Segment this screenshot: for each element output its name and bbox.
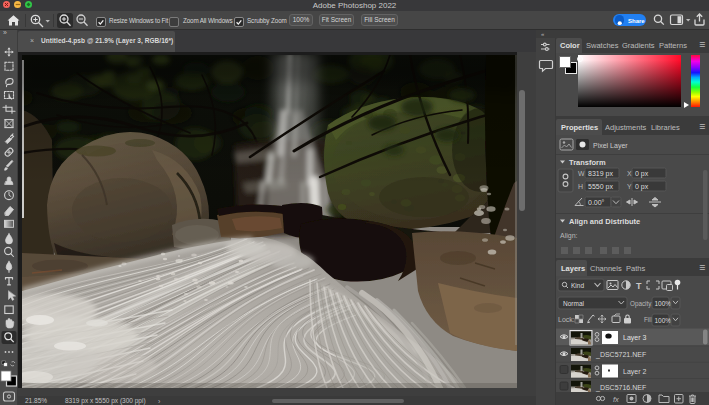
svg-text:Y: Y bbox=[627, 183, 632, 190]
svg-text:Pixel Layer: Pixel Layer bbox=[593, 142, 628, 150]
svg-text:5550 px: 5550 px bbox=[588, 183, 613, 191]
svg-text:_DSC5716.NEF: _DSC5716.NEF bbox=[595, 384, 646, 392]
svg-text:Opacity:: Opacity: bbox=[630, 300, 653, 308]
svg-text:Lock:: Lock: bbox=[558, 316, 575, 323]
svg-text:8319 px: 8319 px bbox=[588, 170, 613, 178]
svg-text:Transform: Transform bbox=[569, 158, 606, 167]
svg-text:T: T bbox=[636, 281, 642, 291]
svg-text:0 px: 0 px bbox=[635, 170, 649, 178]
svg-text:Align:: Align: bbox=[560, 232, 578, 240]
svg-text:Align and Distribute: Align and Distribute bbox=[569, 217, 640, 226]
svg-text:Normal: Normal bbox=[563, 300, 585, 307]
svg-text:W: W bbox=[578, 170, 585, 177]
svg-text:fx: fx bbox=[613, 395, 619, 404]
svg-text:Kind: Kind bbox=[571, 282, 584, 289]
svg-text:100%: 100% bbox=[655, 300, 672, 307]
svg-text:0.00°: 0.00° bbox=[588, 199, 605, 206]
svg-text:0 px: 0 px bbox=[635, 183, 649, 191]
svg-text:X: X bbox=[627, 170, 632, 177]
svg-text:Layer 3: Layer 3 bbox=[623, 334, 646, 342]
svg-text:Layer 2: Layer 2 bbox=[623, 368, 646, 376]
svg-text:_DSC5721.NEF: _DSC5721.NEF bbox=[595, 351, 646, 359]
svg-text:100%: 100% bbox=[655, 317, 672, 324]
svg-text:H: H bbox=[578, 183, 583, 190]
